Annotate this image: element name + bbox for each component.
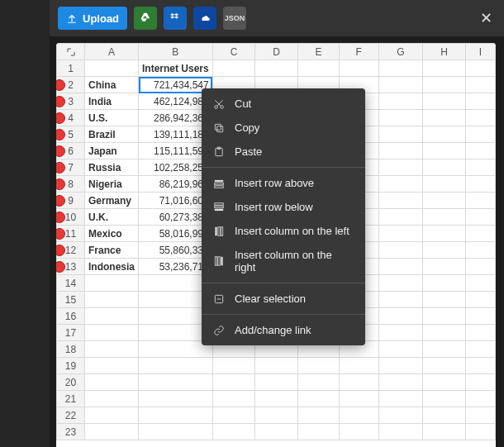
cell[interactable] bbox=[423, 176, 466, 193]
cell[interactable] bbox=[378, 143, 423, 159]
row-header[interactable]: 2 bbox=[57, 77, 85, 93]
column-header[interactable]: I bbox=[465, 44, 495, 60]
cell[interactable] bbox=[255, 424, 298, 440]
cell[interactable] bbox=[139, 374, 213, 391]
cell[interactable] bbox=[298, 358, 340, 374]
cell[interactable]: U.K. bbox=[85, 209, 139, 226]
row-header[interactable]: 18 bbox=[57, 341, 85, 358]
row-header[interactable]: 3 bbox=[57, 93, 85, 110]
cell[interactable] bbox=[378, 292, 423, 308]
row-header[interactable]: 19 bbox=[57, 358, 85, 374]
cell[interactable] bbox=[423, 341, 466, 358]
cell[interactable] bbox=[85, 358, 139, 374]
cell[interactable] bbox=[378, 275, 423, 292]
cell[interactable] bbox=[85, 308, 139, 325]
row-header[interactable]: 21 bbox=[57, 391, 85, 407]
cell[interactable]: Germany bbox=[85, 193, 139, 209]
menu-copy[interactable]: Copy bbox=[202, 116, 365, 140]
cell[interactable] bbox=[465, 259, 495, 275]
close-button[interactable]: ✕ bbox=[476, 9, 496, 27]
column-header[interactable]: H bbox=[423, 44, 466, 60]
column-header[interactable]: D bbox=[255, 44, 298, 60]
column-header[interactable]: E bbox=[298, 44, 340, 60]
cell[interactable] bbox=[378, 159, 423, 176]
cell[interactable] bbox=[423, 60, 466, 77]
cell[interactable] bbox=[85, 374, 139, 391]
select-all-corner[interactable] bbox=[57, 44, 85, 60]
cell[interactable] bbox=[85, 407, 139, 424]
cell[interactable] bbox=[423, 242, 466, 259]
menu-insert-row-above[interactable]: Insert row above bbox=[202, 171, 365, 195]
row-header[interactable]: 14 bbox=[57, 275, 85, 292]
cell[interactable] bbox=[423, 77, 466, 93]
cell[interactable]: China bbox=[85, 77, 139, 93]
row-header[interactable]: 11 bbox=[57, 226, 85, 242]
cell[interactable] bbox=[139, 407, 213, 424]
cell[interactable] bbox=[465, 110, 495, 126]
cell[interactable]: Russia bbox=[85, 159, 139, 176]
cell[interactable] bbox=[465, 209, 495, 226]
gdrive-button[interactable] bbox=[134, 7, 157, 30]
cell[interactable]: Internet Users bbox=[139, 60, 213, 77]
row-header[interactable]: 16 bbox=[57, 308, 85, 325]
row-header[interactable]: 13 bbox=[57, 259, 85, 275]
cell[interactable] bbox=[339, 391, 378, 407]
cell[interactable] bbox=[298, 391, 340, 407]
cell[interactable] bbox=[255, 407, 298, 424]
cell[interactable] bbox=[212, 424, 255, 440]
cell[interactable] bbox=[423, 308, 466, 325]
cell[interactable] bbox=[378, 391, 423, 407]
cell[interactable] bbox=[378, 424, 423, 440]
row-header[interactable]: 15 bbox=[57, 292, 85, 308]
cell[interactable] bbox=[465, 325, 495, 341]
row-header[interactable]: 9 bbox=[57, 193, 85, 209]
cell[interactable]: Japan bbox=[85, 143, 139, 159]
cell[interactable] bbox=[465, 424, 495, 440]
cell[interactable] bbox=[465, 226, 495, 242]
menu-paste[interactable]: Paste bbox=[202, 140, 365, 164]
cell[interactable] bbox=[465, 374, 495, 391]
cell[interactable] bbox=[423, 424, 466, 440]
cell[interactable] bbox=[85, 341, 139, 358]
cell[interactable] bbox=[465, 308, 495, 325]
column-header[interactable]: C bbox=[212, 44, 255, 60]
cell[interactable] bbox=[465, 60, 495, 77]
column-header[interactable]: G bbox=[378, 44, 423, 60]
cell[interactable] bbox=[423, 193, 466, 209]
menu-add-link[interactable]: Add/change link bbox=[202, 318, 365, 342]
cell[interactable]: Mexico bbox=[85, 226, 139, 242]
cell[interactable] bbox=[378, 193, 423, 209]
row-header[interactable]: 22 bbox=[57, 407, 85, 424]
json-button[interactable]: JSON bbox=[223, 7, 246, 30]
cell[interactable] bbox=[255, 391, 298, 407]
row-header[interactable]: 6 bbox=[57, 143, 85, 159]
cell[interactable] bbox=[139, 358, 213, 374]
cell[interactable] bbox=[423, 275, 466, 292]
menu-insert-row-below[interactable]: Insert row below bbox=[202, 195, 365, 219]
row-header[interactable]: 23 bbox=[57, 424, 85, 440]
menu-insert-col-left[interactable]: Insert column on the left bbox=[202, 219, 365, 243]
row-header[interactable]: 20 bbox=[57, 374, 85, 391]
menu-clear-selection[interactable]: Clear selection bbox=[202, 287, 365, 311]
column-header[interactable]: F bbox=[339, 44, 378, 60]
cell[interactable] bbox=[378, 226, 423, 242]
cell[interactable] bbox=[378, 358, 423, 374]
cell[interactable] bbox=[465, 275, 495, 292]
cell[interactable] bbox=[212, 391, 255, 407]
cell[interactable] bbox=[378, 407, 423, 424]
cell[interactable] bbox=[378, 374, 423, 391]
cell[interactable] bbox=[85, 275, 139, 292]
row-header[interactable]: 10 bbox=[57, 209, 85, 226]
cell[interactable] bbox=[465, 159, 495, 176]
cell[interactable] bbox=[339, 60, 378, 77]
cell[interactable] bbox=[255, 358, 298, 374]
cell[interactable] bbox=[378, 126, 423, 143]
cell[interactable] bbox=[465, 126, 495, 143]
cell[interactable] bbox=[465, 143, 495, 159]
cell[interactable] bbox=[465, 341, 495, 358]
row-header[interactable]: 17 bbox=[57, 325, 85, 341]
cell[interactable] bbox=[378, 341, 423, 358]
cell[interactable] bbox=[465, 93, 495, 110]
cell[interactable] bbox=[378, 259, 423, 275]
cell[interactable] bbox=[378, 93, 423, 110]
